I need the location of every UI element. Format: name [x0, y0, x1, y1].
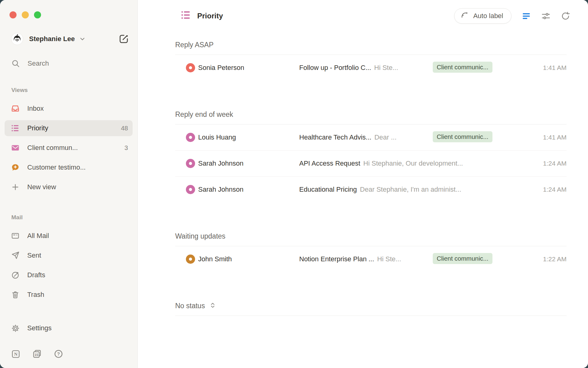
- calendar-icon[interactable]: 15: [32, 349, 42, 359]
- close-button[interactable]: [9, 11, 17, 18]
- email-snippet: Hi Ste...: [377, 255, 401, 263]
- email-time: 1:24 AM: [505, 186, 567, 193]
- plus-icon: [11, 183, 20, 191]
- sidebar-section-label: Mail: [11, 214, 138, 221]
- mail-section-title: No status: [175, 301, 567, 316]
- unread-count: 3: [124, 144, 128, 151]
- subject-snippet: Follow up - Portfolio C...Hi Ste...: [299, 64, 433, 72]
- sender-avatar[interactable]: [186, 63, 195, 72]
- mail-section-title: Reply end of week: [175, 110, 567, 125]
- mail-section-no-status: No status: [175, 301, 567, 316]
- email-row[interactable]: Sarah JohnsonEducational PricingDear Ste…: [175, 176, 567, 202]
- email-list: Reply ASAPSonia PetersonFollow up - Port…: [175, 29, 567, 316]
- subject-snippet: API Access RequestHi Stephanie, Our deve…: [299, 159, 505, 167]
- sidebar-item-sent[interactable]: Sent: [5, 247, 133, 263]
- search-button[interactable]: Search: [11, 58, 129, 69]
- label-column: Client communic...: [433, 62, 505, 74]
- refresh-icon[interactable]: [561, 11, 570, 21]
- sidebar-item-label: Trash: [27, 291, 44, 299]
- zoom-button[interactable]: [34, 11, 41, 18]
- label-column: Client communic...: [433, 253, 505, 265]
- mail-section-reply-asap: Reply ASAPSonia PetersonFollow up - Port…: [175, 40, 567, 81]
- sender-avatar[interactable]: [186, 255, 195, 264]
- email-snippet: Hi Ste...: [374, 64, 398, 72]
- email-time: 1:41 AM: [505, 64, 567, 71]
- priority-list-icon: [11, 124, 20, 132]
- header-actions: Auto label: [454, 8, 570, 24]
- email-subject: API Access Request: [299, 159, 360, 167]
- sidebar-item-label: New view: [27, 183, 56, 191]
- email-subject: Follow up - Portfolio C...: [299, 64, 371, 72]
- sidebar-item-all-mail[interactable]: All Mail: [5, 228, 133, 244]
- unread-indicator: [189, 136, 192, 139]
- email-label-tag[interactable]: Client communic...: [433, 253, 492, 264]
- sidebar-item-new-view[interactable]: New view: [5, 179, 133, 195]
- subject-snippet: Educational PricingDear Stephanie, I'm a…: [299, 186, 505, 194]
- sidebar-item-label: Customer testimo...: [27, 163, 86, 171]
- mail-section-title: Waiting updates: [175, 232, 567, 246]
- section-title-text: Reply ASAP: [175, 40, 213, 49]
- all-mail-icon: [11, 232, 20, 240]
- sidebar-item-settings[interactable]: Settings: [0, 320, 138, 336]
- email-time: 1:41 AM: [505, 134, 567, 141]
- sidebar-item-inbox[interactable]: Inbox: [5, 101, 133, 117]
- sender-avatar[interactable]: [186, 159, 195, 168]
- sidebar-item-drafts[interactable]: Drafts: [5, 267, 133, 283]
- sidebar-item-label: All Mail: [27, 232, 49, 240]
- gear-icon: [11, 324, 20, 332]
- sidebar-section-mail: MailAll MailSentDraftsTrash: [0, 199, 138, 306]
- account-name[interactable]: Stephanie Lee: [29, 35, 75, 43]
- auto-label-text: Auto label: [473, 12, 503, 20]
- mail-section-waiting-updates: Waiting updatesJohn SmithNotion Enterpri…: [175, 232, 567, 272]
- sender-name: Sarah Johnson: [198, 159, 299, 167]
- sidebar-item-trash[interactable]: Trash: [5, 287, 133, 303]
- section-sort-toggle[interactable]: [209, 301, 217, 310]
- email-label-tag[interactable]: Client communic...: [433, 62, 492, 73]
- chevron-down-icon[interactable]: [79, 35, 86, 43]
- send-icon: [11, 251, 20, 260]
- section-title-text: No status: [175, 301, 205, 310]
- subject-snippet: Healthcare Tech Advis...Dear ...: [299, 133, 433, 141]
- section-title-text: Reply end of week: [175, 110, 233, 119]
- sidebar: Stephanie Lee Search ViewsInboxPriority4…: [0, 0, 138, 368]
- email-subject: Healthcare Tech Advis...: [299, 133, 371, 141]
- sidebar-item-priority[interactable]: Priority48: [5, 120, 133, 136]
- sidebar-item-label: Client commun...: [27, 144, 78, 152]
- drafts-icon: [11, 271, 20, 279]
- unread-count: 48: [121, 125, 128, 132]
- help-icon[interactable]: ?: [54, 349, 63, 359]
- email-row[interactable]: Sarah JohnsonAPI Access RequestHi Stepha…: [175, 150, 567, 176]
- minimize-button[interactable]: [22, 11, 29, 18]
- sidebar-item-label: Priority: [27, 124, 48, 132]
- sidebar-item-client-commun[interactable]: Client commun...3: [5, 140, 133, 156]
- sender-name: Sarah Johnson: [198, 186, 299, 194]
- compose-button[interactable]: [119, 34, 129, 44]
- filter-icon[interactable]: [522, 11, 531, 21]
- sender-avatar[interactable]: [186, 133, 195, 142]
- sidebar-item-label: Drafts: [27, 271, 45, 279]
- email-row[interactable]: John SmithNotion Enterprise Plan ...Hi S…: [175, 246, 567, 272]
- sidebar-item-customer-testimo[interactable]: Customer testimo...: [5, 159, 133, 175]
- svg-text:?: ?: [57, 351, 60, 356]
- email-row[interactable]: Sonia PetersonFollow up - Portfolio C...…: [175, 55, 567, 81]
- email-label-tag[interactable]: Client communic...: [433, 131, 492, 142]
- email-time: 1:24 AM: [505, 160, 567, 167]
- account-switcher: Stephanie Lee: [11, 33, 129, 45]
- settings-label: Settings: [27, 324, 52, 332]
- sender-avatar[interactable]: [186, 185, 195, 194]
- main-panel: Priority Auto label: [138, 0, 588, 368]
- mail-section-reply-end-of-week: Reply end of weekLouis HuangHealthcare T…: [175, 110, 567, 202]
- email-row[interactable]: Louis HuangHealthcare Tech Advis...Dear …: [175, 125, 567, 150]
- envelope-icon: [11, 144, 20, 152]
- auto-label-button[interactable]: Auto label: [454, 8, 511, 24]
- view-header: Priority Auto label: [138, 0, 588, 29]
- email-subject: Educational Pricing: [299, 186, 357, 194]
- svg-text:15: 15: [34, 353, 38, 357]
- sliders-icon[interactable]: [541, 11, 551, 21]
- sender-name: Sonia Peterson: [198, 64, 299, 72]
- user-avatar[interactable]: [11, 33, 23, 45]
- notion-logo-icon[interactable]: N: [11, 349, 21, 359]
- email-snippet: Dear Stephanie, I'm an administ...: [360, 186, 461, 194]
- label-column: Client communic...: [433, 131, 505, 144]
- compose-icon: [119, 34, 129, 44]
